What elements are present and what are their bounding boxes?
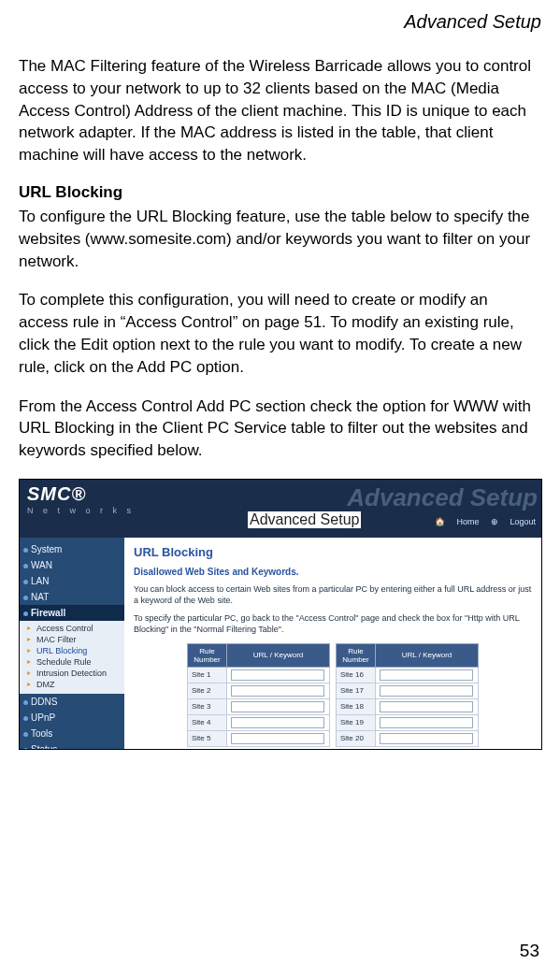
cell-label: Site 4 [188,714,227,730]
smc-logo-sub: N e t w o r k s [27,506,135,515]
sub-mac-filter[interactable]: MAC Filter [20,634,124,645]
th-url-left: URL / Keyword [227,643,330,667]
cell-label: Site 19 [337,714,376,730]
ghost-title: Advanced Setup [347,483,538,512]
home-link[interactable]: 🏠 Home [435,517,480,526]
firewall-submenu: Access Control MAC Filter URL Blocking S… [20,621,124,694]
smc-logo: SMC® [27,483,86,505]
sidebar-item-firewall[interactable]: Firewall [20,605,124,621]
cell-label: Site 3 [188,698,227,714]
sidebar-item-lan[interactable]: LAN [20,573,124,589]
heading-url-blocking: URL Blocking [19,183,541,202]
table-row: Site 16 [337,667,479,683]
sidebar-item-upnp[interactable]: UPnP [20,710,124,726]
router-main: URL Blocking Disallowed Web Sites and Ke… [124,538,541,749]
sub-url-blocking[interactable]: URL Blocking [20,645,124,656]
panel-subtitle: Disallowed Web Sites and Keywords. [134,567,532,577]
overlay-title: Advanced Setup [248,511,361,528]
sidebar-item-status[interactable]: Status [20,741,124,750]
cell-label: Site 2 [188,683,227,698]
th-url-right: URL / Keyword [376,643,479,667]
sidebar-item-ddns[interactable]: DDNS [20,694,124,710]
table-row: Site 18 [337,698,479,714]
url-input-17[interactable] [380,685,473,697]
url-input-4[interactable] [231,717,324,728]
sidebar-item-tools[interactable]: Tools [20,726,124,741]
sub-dmz[interactable]: DMZ [20,679,124,690]
sidebar: System WAN LAN NAT Firewall Access Contr… [20,538,124,749]
cell-label: Site 1 [188,667,227,683]
sidebar-item-system[interactable]: System [20,541,124,557]
url-input-1[interactable] [231,669,324,681]
paragraph-mac-filtering: The MAC Filtering feature of the Wireles… [19,55,541,166]
table-row: Site 20 [337,730,479,746]
url-input-2[interactable] [231,685,324,697]
cell-label: Site 17 [337,683,376,698]
router-screenshot: SMC® N e t w o r k s Advanced Setup Adva… [19,479,542,750]
panel-title: URL Blocking [134,545,532,559]
cell-label: Site 5 [188,730,227,746]
sidebar-item-wan[interactable]: WAN [20,557,124,573]
logout-link[interactable]: ⊕ Logout [491,517,536,526]
table-row: Site 5 [188,730,330,746]
sub-intrusion-detection[interactable]: Intrusion Detection [20,668,124,679]
cell-label: Site 16 [337,667,376,683]
paragraph-www-blocking: From the Access Control Add PC section c… [19,396,541,462]
th-rule-right: Rule Number [337,643,376,667]
table-row: Site 1 [188,667,330,683]
table-row: Site 19 [337,714,479,730]
url-input-16[interactable] [380,669,473,681]
home-label: Home [456,517,479,526]
table-row: Site 2 [188,683,330,698]
paragraph-access-control: To complete this configuration, you will… [19,289,541,378]
page-number: 53 [520,941,539,961]
sub-schedule-rule[interactable]: Schedule Rule [20,656,124,668]
url-input-20[interactable] [380,733,473,744]
th-rule-left: Rule Number [188,643,227,667]
panel-p1: You can block access to certain Web site… [134,584,532,606]
table-row: Site 4 [188,714,330,730]
page-header: Advanced Setup [19,11,541,33]
table-row: Site 17 [337,683,479,698]
paragraph-url-intro: To configure the URL Blocking feature, u… [19,206,541,272]
panel-p2: To specify the particular PC, go back to… [134,613,532,635]
cell-label: Site 20 [337,730,376,746]
header-tabs: 🏠 Home ⊕ Logout [425,517,536,526]
url-input-3[interactable] [231,701,324,712]
url-table-wrap: Rule Number URL / Keyword Site 1 Site 2 … [134,643,532,747]
url-table-right: Rule Number URL / Keyword Site 16 Site 1… [336,643,479,747]
sidebar-item-nat[interactable]: NAT [20,589,124,605]
url-input-5[interactable] [231,733,324,744]
logout-label: Logout [510,517,536,526]
url-input-19[interactable] [380,717,473,728]
url-table-left: Rule Number URL / Keyword Site 1 Site 2 … [187,643,330,747]
router-header: SMC® N e t w o r k s Advanced Setup Adva… [20,480,541,538]
table-row: Site 3 [188,698,330,714]
cell-label: Site 18 [337,698,376,714]
sub-access-control[interactable]: Access Control [20,623,124,634]
url-input-18[interactable] [380,701,473,712]
